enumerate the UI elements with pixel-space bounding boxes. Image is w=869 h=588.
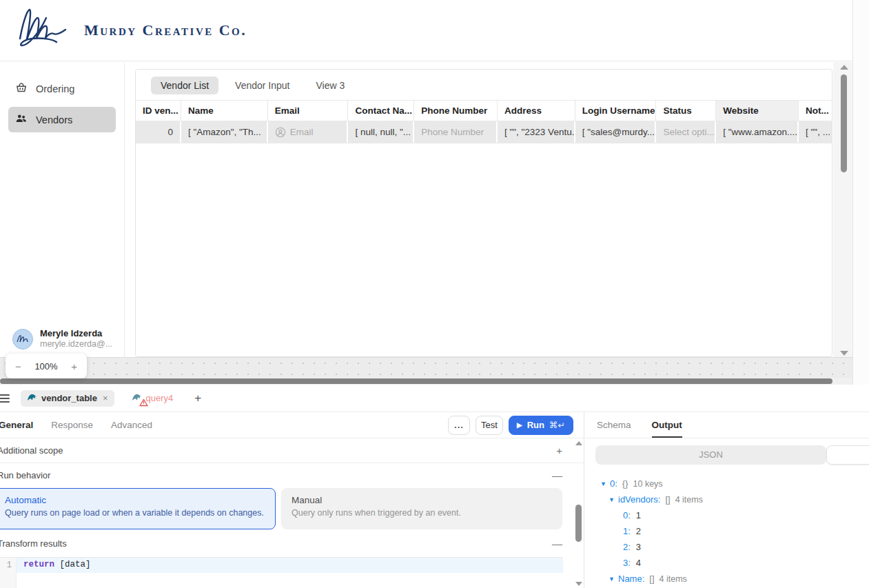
- close-icon[interactable]: ×: [103, 393, 108, 403]
- run-mode-automatic[interactable]: Automatic Query runs on page load or whe…: [0, 488, 276, 529]
- sidebar-user[interactable]: Meryle Idzerda meryle.idzerda@...: [0, 328, 124, 350]
- query-nav-advanced[interactable]: Advanced: [111, 420, 152, 430]
- cell-login-username[interactable]: [ "sales@murdy...: [575, 121, 657, 143]
- additional-scope-label: Additional scope: [0, 445, 63, 456]
- avatar: [12, 329, 33, 349]
- caret-down-icon[interactable]: ▼: [609, 576, 618, 582]
- cell-phone[interactable]: Phone Number: [414, 121, 498, 143]
- cell-notes[interactable]: [ "", ...: [799, 121, 832, 143]
- cell-email[interactable]: Email: [268, 121, 349, 143]
- query-tab-label: vendor_table: [41, 393, 97, 403]
- cell-status[interactable]: Select opti...: [656, 121, 716, 143]
- view-tabs: Vendor List Vendor Input View 3: [136, 70, 832, 100]
- zoom-out-button[interactable]: −: [15, 361, 21, 372]
- run-behavior-row: Run behavior —: [0, 463, 584, 487]
- mysql-icon: [27, 393, 37, 404]
- transform-code-editor[interactable]: 1 return [data]: [0, 557, 563, 588]
- query-editor-panel: vendor_table × query4 + General: [0, 385, 869, 588]
- cell-name[interactable]: [ "Amazon", "Th...: [181, 121, 268, 143]
- zoom-level[interactable]: 100%: [34, 361, 57, 372]
- tree-row[interactable]: 1: 2: [600, 523, 869, 539]
- cell-address[interactable]: [ "", "2323 Ventu...: [498, 121, 575, 143]
- column-header-phone[interactable]: Phone Number: [414, 101, 498, 121]
- sidebar-item-ordering[interactable]: Ordering: [8, 76, 116, 101]
- query-nav-response[interactable]: Response: [51, 420, 93, 430]
- user-name: Meryle Idzerda: [40, 328, 112, 339]
- tab-view-3[interactable]: View 3: [306, 77, 354, 94]
- query-tab-label: query4: [146, 393, 174, 403]
- tab-vendor-input[interactable]: Vendor Input: [225, 77, 299, 94]
- tree-row[interactable]: ▼ Name: [] 4 items: [600, 571, 869, 587]
- tab-vendor-list[interactable]: Vendor List: [151, 77, 218, 94]
- test-button[interactable]: Test: [476, 416, 503, 435]
- column-header-website[interactable]: Website: [716, 101, 799, 121]
- editor-canvas-background: [0, 357, 852, 378]
- query-nav-general[interactable]: General: [0, 420, 33, 430]
- basket-icon: [15, 81, 28, 96]
- query-settings-scrollbar[interactable]: [575, 441, 583, 586]
- column-header-name[interactable]: Name: [181, 101, 268, 121]
- output-format-toggle: JSON: [595, 445, 869, 465]
- cell-contact[interactable]: [ null, null, "...: [348, 121, 414, 143]
- table-row[interactable]: 0 [ "Amazon", "Th... Email [ null, null,…: [136, 121, 832, 143]
- run-mode-manual[interactable]: Manual Query only runs when triggered by…: [281, 488, 562, 529]
- column-header-contact[interactable]: Contact Na...: [348, 101, 414, 121]
- scroll-up-icon[interactable]: [840, 65, 848, 70]
- tab-schema[interactable]: Schema: [597, 412, 631, 438]
- run-behavior-label: Run behavior: [0, 470, 50, 480]
- scroll-up-icon[interactable]: [575, 441, 582, 445]
- horizontal-scrollbar-thumb[interactable]: [0, 378, 832, 384]
- transform-results-label: Transform results: [0, 538, 67, 549]
- tree-row[interactable]: ▼ idVendors: [] 4 items: [600, 491, 869, 507]
- add-scope-icon[interactable]: +: [556, 445, 562, 456]
- query-tab-vendor-table[interactable]: vendor_table ×: [21, 390, 114, 407]
- right-panel-strip: [852, 0, 869, 385]
- hamburger-menu-icon[interactable]: [0, 394, 10, 403]
- caret-down-icon[interactable]: ▼: [600, 480, 610, 487]
- column-header-status[interactable]: Status: [656, 101, 716, 121]
- run-mode-desc: Query only runs when triggered by an eve…: [292, 508, 552, 518]
- canvas-vertical-scrollbar[interactable]: [839, 65, 849, 360]
- output-tabs: Schema Output: [585, 412, 869, 438]
- canvas-horizontal-scrollbar[interactable]: [0, 378, 852, 385]
- tab-output[interactable]: Output: [652, 412, 682, 438]
- cell-id[interactable]: 0: [136, 121, 181, 143]
- format-option-json[interactable]: JSON: [595, 445, 826, 465]
- tree-row[interactable]: 0: 1: [600, 507, 869, 523]
- code-line-1[interactable]: return [data]: [17, 558, 563, 573]
- query-settings-section: General Response Advanced ... Test ▶ Run…: [0, 412, 584, 588]
- sidebar-item-vendors[interactable]: Vendors: [8, 107, 116, 132]
- zoom-in-button[interactable]: +: [71, 361, 77, 372]
- column-header-email[interactable]: Email: [268, 101, 349, 121]
- sidebar-item-label: Ordering: [36, 83, 74, 94]
- run-mode-title: Automatic: [5, 495, 265, 505]
- column-header-id[interactable]: ID ven... ↑: [136, 101, 181, 121]
- scroll-down-icon[interactable]: [575, 582, 582, 586]
- query-tab-query4[interactable]: query4: [125, 390, 180, 407]
- query-output-section: Schema Output JSON ▼ 0: {} 10 keys ▼ idV…: [585, 412, 869, 588]
- collapse-icon[interactable]: —: [552, 538, 562, 549]
- column-header-address[interactable]: Address: [498, 101, 575, 121]
- cell-website[interactable]: [ "www.amazon....: [716, 121, 799, 143]
- add-query-button[interactable]: +: [194, 392, 201, 405]
- table-header-row: ID ven... ↑ Name Email Contact Na... Pho…: [136, 100, 832, 121]
- caret-down-icon[interactable]: ▼: [609, 496, 618, 503]
- column-header-login-username[interactable]: Login Username: [575, 101, 657, 121]
- scrollbar-thumb[interactable]: [575, 505, 582, 542]
- column-header-notes[interactable]: Not...: [799, 101, 832, 121]
- scroll-down-icon[interactable]: [840, 351, 848, 356]
- format-option-selected[interactable]: [826, 445, 869, 465]
- user-email: meryle.idzerda@...: [40, 339, 112, 350]
- more-options-button[interactable]: ...: [448, 416, 470, 435]
- tree-row[interactable]: 2: 3: [600, 539, 869, 555]
- vertical-scrollbar-thumb[interactable]: [841, 74, 847, 172]
- run-mode-desc: Query runs on page load or when a variab…: [5, 508, 265, 518]
- murdy-signature-logo-icon: [15, 4, 72, 57]
- app-header: Murdy Creative Co.: [0, 0, 852, 61]
- collapse-icon[interactable]: —: [552, 469, 562, 481]
- tree-row[interactable]: 3: 4: [600, 555, 869, 571]
- run-button[interactable]: ▶ Run ⌘↵: [509, 416, 573, 435]
- tree-row[interactable]: ▼ 0: {} 10 keys: [600, 476, 869, 491]
- user-circle-icon: [275, 127, 286, 138]
- additional-scope-row: Additional scope +: [0, 438, 584, 463]
